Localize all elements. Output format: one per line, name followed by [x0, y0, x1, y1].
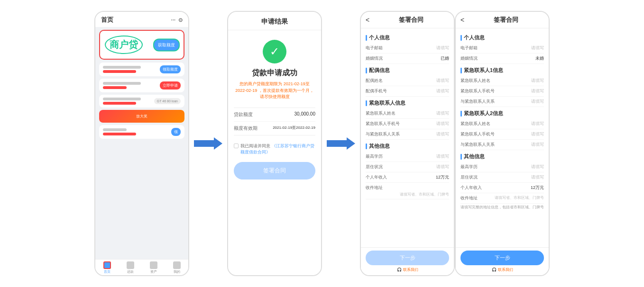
- section-other: 其他信息: [366, 143, 449, 150]
- back-button3[interactable]: <: [366, 16, 369, 24]
- validity-value: 2021-02-19至2022-02-19: [273, 125, 315, 132]
- loan-amount-row: 贷款额度 30,000.00: [234, 108, 315, 122]
- email-label: 电子邮箱: [366, 45, 383, 51]
- screen1-header: 首页 ··· ⊙: [95, 12, 188, 27]
- agreement-checkbox[interactable]: [234, 144, 239, 148]
- sign-contract-button[interactable]: 签署合同: [234, 162, 315, 179]
- education-value[interactable]: 请填写: [436, 153, 449, 160]
- residence-value4[interactable]: 请填写: [531, 174, 544, 180]
- screen4-content: < 签署合同 个人信息 电子邮箱 请填写 婚姻情况 未婚: [456, 12, 549, 275]
- field-ec1-phone: 紧急联系人手机号 请填写: [460, 86, 544, 97]
- field-residence: 居住状况 请填写: [366, 162, 449, 172]
- section-bar: [460, 35, 462, 41]
- screen2-content: 申请结果 ✓ 贷款申请成功 您的商户贷额度期限为 2021-02-19至2022…: [228, 12, 321, 275]
- field-ec-phone: 紧急联系人手机号 请填写: [366, 119, 449, 129]
- field-spouse-phone: 配偶手机号 请填写: [366, 86, 449, 97]
- ec-name-label: 紧急联系人姓名: [366, 110, 396, 117]
- income-label: 个人年收入: [366, 174, 387, 180]
- section-emergency: 紧急联系人信息: [366, 99, 449, 107]
- field-ec1-relation: 与紧急联系人关系 请填写: [460, 97, 544, 107]
- section-bar: [460, 111, 462, 117]
- residence-value[interactable]: 请填写: [436, 164, 449, 170]
- next-button3[interactable]: 下一步: [366, 251, 449, 265]
- ec2-relation-label: 与紧急联系人关系: [460, 142, 495, 148]
- section-other4: 其他信息: [460, 153, 544, 160]
- spouse-name-value[interactable]: 请填写: [436, 78, 449, 84]
- agreement-link[interactable]: 《江苏苏宁银行商户贷额度借款合同》: [240, 144, 314, 154]
- loan-item: 立即申请: [99, 79, 184, 92]
- ec-relation-value[interactable]: 请填写: [436, 131, 449, 137]
- loan-btn5[interactable]: 领: [171, 128, 181, 136]
- ec2-relation-value[interactable]: 请填写: [531, 142, 544, 148]
- bar1: [103, 128, 127, 131]
- spouse-phone-value[interactable]: 请填写: [436, 88, 449, 94]
- phone-screen4: < 签署合同 个人信息 电子邮箱 请填写 婚姻情况 未婚: [455, 11, 550, 276]
- nav-repay[interactable]: 还款: [127, 261, 134, 274]
- education-label: 最高学历: [366, 153, 383, 160]
- marriage-value4[interactable]: 未婚: [535, 55, 544, 62]
- loan-btn1[interactable]: 领取额度: [160, 65, 181, 73]
- ec1-name-value[interactable]: 请填写: [531, 78, 544, 84]
- ec-phone-value[interactable]: 请填写: [436, 121, 449, 127]
- email-value4[interactable]: 请填写: [531, 45, 544, 51]
- education-label4: 最高学历: [460, 164, 478, 170]
- ec2-phone-label: 紧急联系人手机号: [460, 131, 495, 137]
- section-title-ec2: 紧急联系人2信息: [464, 110, 503, 117]
- merchant-text: 商户贷: [105, 36, 143, 54]
- email-value[interactable]: 请填写: [436, 45, 449, 51]
- nav-home[interactable]: 首页: [103, 261, 111, 274]
- income-value[interactable]: 12万元: [436, 174, 449, 180]
- validity-row: 额度有效期 2021-02-19至2022-02-19: [234, 122, 315, 135]
- back-button4[interactable]: <: [460, 16, 464, 24]
- field-income: 个人年收入 12万元: [366, 172, 449, 183]
- field-ec2-relation: 与紧急联系人关系 请填写: [460, 140, 544, 150]
- income-label4: 个人年收入: [460, 185, 482, 191]
- ec-name-value[interactable]: 请填写: [436, 110, 449, 117]
- get-quota-button[interactable]: 获取额度: [153, 38, 180, 51]
- address-note4: 请填写完整的地址信息，包括省市和区域、门牌号: [460, 204, 544, 212]
- nav-assets[interactable]: 资产: [150, 261, 157, 274]
- success-title: 贷款申请成功: [228, 68, 321, 78]
- repay-icon: [127, 261, 134, 269]
- profile-icon: [173, 261, 181, 269]
- ec2-name-value[interactable]: 请填写: [531, 121, 544, 127]
- ec1-relation-value[interactable]: 请填写: [531, 99, 544, 105]
- marriage-label: 婚姻情况: [366, 55, 383, 62]
- ec-phone-label: 紧急联系人手机号: [366, 121, 400, 127]
- target-icon: ⊙: [178, 17, 183, 23]
- income-value4[interactable]: 12万元: [531, 185, 544, 191]
- flow-container: 首页 ··· ⊙ 商户贷 获取额度: [0, 0, 644, 287]
- loan-btn3[interactable]: GT 46 80 loan: [154, 98, 181, 104]
- contract-header3: < 签署合同: [361, 12, 454, 28]
- contact-label4[interactable]: 联系我们: [498, 267, 513, 272]
- loan-btn2[interactable]: 立即申请: [160, 81, 181, 90]
- education-value4[interactable]: 请填写: [531, 164, 544, 170]
- ec2-phone-value[interactable]: 请填写: [531, 131, 544, 137]
- loan-item-left: [103, 98, 141, 105]
- bar2: [103, 102, 136, 105]
- phone-screen2: 申请结果 ✓ 贷款申请成功 您的商户贷额度期限为 2021-02-19至2022…: [227, 11, 322, 276]
- contact-label3[interactable]: 联系我们: [403, 267, 418, 272]
- nav-home-label: 首页: [104, 269, 110, 274]
- contact-line4: 🎧 联系我们: [460, 267, 544, 272]
- next-button4[interactable]: 下一步: [460, 251, 544, 265]
- loan-info-table: 贷款额度 30,000.00 额度有效期 2021-02-19至2022-02-…: [234, 108, 315, 135]
- field-marriage4: 婚姻情况 未婚: [460, 54, 544, 64]
- section-bar: [366, 35, 367, 41]
- nav-profile[interactable]: 我的: [173, 261, 181, 274]
- ec1-name-label: 紧急联系人姓名: [460, 78, 490, 84]
- ec1-phone-value[interactable]: 请填写: [531, 88, 544, 94]
- section-title-ec1: 紧急联系人1信息: [464, 67, 503, 74]
- nav-profile-label: 我的: [174, 269, 180, 274]
- arrow2-container: [322, 136, 360, 151]
- section-bar: [366, 100, 367, 106]
- loan-item: GT 46 80 loan: [99, 95, 184, 108]
- phone-screen3: < 签署合同 个人信息 电子邮箱 请填写 婚姻情况 已婚: [360, 11, 455, 276]
- ec-relation-label: 与紧急联系人关系: [366, 131, 400, 137]
- marriage-value[interactable]: 已婚: [441, 55, 449, 62]
- field-ec2-phone: 紧急联系人手机号 请填写: [460, 129, 544, 140]
- section-title-emergency: 紧急联系人信息: [369, 99, 405, 107]
- address-value4[interactable]: 请填写省、市和区域、门牌号: [495, 195, 544, 201]
- address-value[interactable]: 请填写省、市和区域、门牌号: [366, 192, 449, 197]
- nav-assets-label: 资产: [150, 269, 157, 274]
